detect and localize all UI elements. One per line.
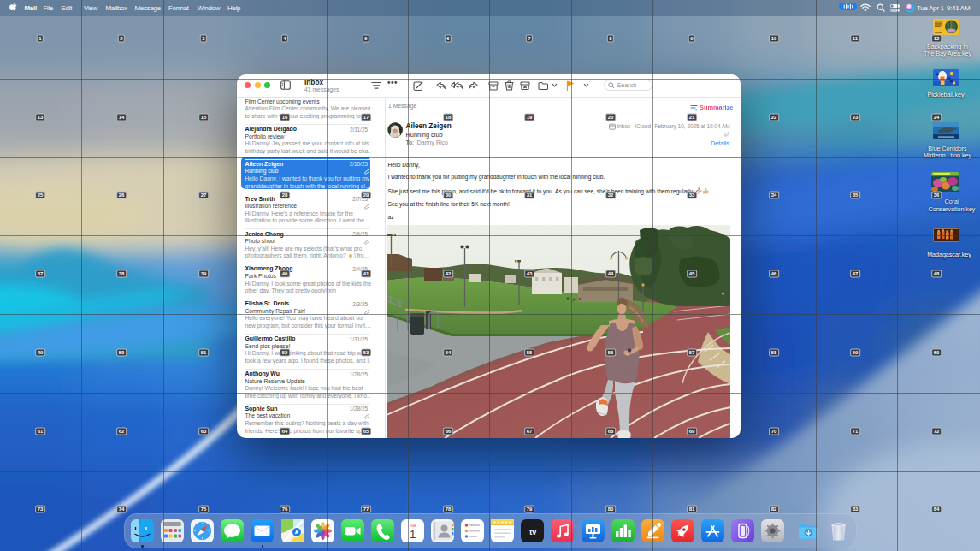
svg-text:tv: tv	[529, 528, 536, 536]
svg-text:1: 1	[410, 528, 416, 541]
